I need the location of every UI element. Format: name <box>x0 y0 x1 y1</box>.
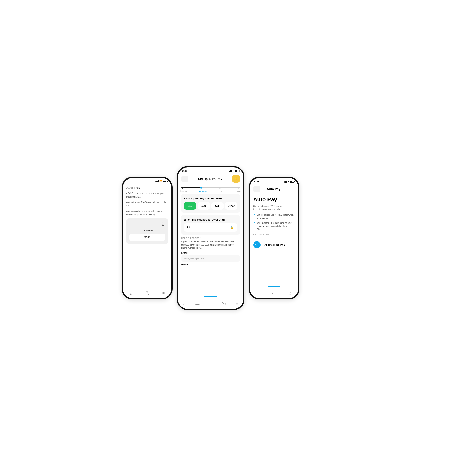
nav-item-billing-left[interactable]: £ <box>130 291 132 296</box>
balance-input-row: £2 🔒 <box>184 223 237 232</box>
signal-bar-r4 <box>286 181 287 183</box>
amount-btn-20[interactable]: £20 <box>198 202 210 210</box>
step-label-pay: Pay <box>220 190 223 192</box>
status-bar-center: 9:41 ⌖ <box>178 168 243 173</box>
back-button-right[interactable]: ← <box>253 186 260 192</box>
balance-value: £2 <box>187 226 190 229</box>
balance-card-title: When my balance is lower than: <box>184 218 237 221</box>
right-content: Auto Pay Set up automatic PAYG top-u...f… <box>250 194 298 253</box>
billing-icon-right: £ <box>289 292 291 296</box>
battery-fill-left <box>163 181 166 182</box>
credit-limit-label: Credit limit <box>129 229 165 232</box>
wifi-icon-left: 📶 <box>159 180 162 183</box>
check-text-2: Your auto top-up is paid card, so you'll… <box>257 221 295 231</box>
amount-btn-10[interactable]: £10 <box>184 202 196 210</box>
trash-icon[interactable]: 🗑 <box>129 221 165 227</box>
left-content: Auto Pay c PAYG top-ups so you never whe… <box>123 183 171 246</box>
nav-title-center: Set up Auto Pay <box>198 177 222 181</box>
status-bar-left: 📶 <box>123 178 171 183</box>
scroll-indicator-center <box>204 296 217 297</box>
signal-bar-c3 <box>230 170 231 172</box>
signal-bar-4 <box>158 180 159 182</box>
signal-bar-r3 <box>285 181 286 183</box>
nav-usage-center[interactable]: •—• <box>195 302 200 306</box>
signal-bar-2 <box>156 181 157 182</box>
left-desc3: op-up is paid with your bank ll never go… <box>126 210 168 216</box>
email-label: Email <box>181 252 240 254</box>
nav-billing-center[interactable]: £ <box>210 302 212 306</box>
bottom-nav-center: ⌂ •—• £ ? ≡ <box>178 300 243 309</box>
scroll-wrapper-right <box>250 285 298 290</box>
phone-right: 9:41 ⌖ ← Auto Pay <box>249 177 299 299</box>
signal-bars-left <box>155 180 159 182</box>
nav-help-center[interactable]: ? <box>221 302 226 306</box>
stepper-labels: Energy Amount Pay Done <box>178 189 243 194</box>
signal-bars-center <box>229 170 232 172</box>
amount-card-title: Auto top-up my account with: <box>184 197 237 200</box>
battery-fill-right <box>290 181 292 182</box>
nav-header-center: ← Set up Auto Pay ⚡ <box>178 173 243 184</box>
billing-icon-center: £ <box>210 302 212 306</box>
nav-billing-right[interactable]: £ <box>289 292 291 296</box>
wifi-icon-center: ⌖ <box>233 170 234 172</box>
phone-label: Phone <box>181 263 240 266</box>
battery-icon-center <box>235 170 239 172</box>
step-label-done: Done <box>236 190 241 192</box>
autopay-title: Auto Pay <box>253 196 295 203</box>
receipt-section: NEED A RECEIPT? If you'd like a receipt … <box>181 237 240 266</box>
amount-btn-30[interactable]: £30 <box>211 202 223 210</box>
scroll-wrapper-center <box>178 295 243 300</box>
amount-btn-other[interactable]: Other <box>225 202 237 210</box>
check-icon-1: ✓ <box>253 214 255 216</box>
status-icons-right: ⌖ <box>284 180 294 183</box>
back-button-center[interactable]: ← <box>181 175 188 182</box>
battery-icon-left <box>163 180 167 182</box>
action-button-center[interactable]: ⚡ <box>232 175 240 183</box>
signal-bars-right <box>284 181 287 183</box>
signal-bar-c4 <box>231 170 232 172</box>
balance-card: When my balance is lower than: £2 🔒 <box>181 215 240 235</box>
help-icon-center: ? <box>221 302 226 306</box>
center-content: Auto top-up my account with: £10 £20 £30… <box>178 194 243 295</box>
nav-header-right: ← Auto Pay <box>250 184 298 194</box>
setup-autopay-button[interactable]: Set up Auto Pay <box>253 239 295 251</box>
nav-home-right[interactable]: ⌂ <box>256 292 259 296</box>
credit-value: £2.00 <box>129 234 165 241</box>
nav-item-menu-left[interactable]: ≡ <box>162 291 165 296</box>
signal-bar-r1 <box>284 182 284 183</box>
check-item-2: ✓ Your auto top-up is paid card, so you'… <box>253 221 295 231</box>
home-icon-right: ⌂ <box>256 292 259 296</box>
cta-divider <box>253 237 295 237</box>
phone-left: 📶 Auto Pay c PAYG top-ups so you never w… <box>122 177 172 299</box>
battery-fill-center <box>235 170 238 172</box>
nav-home-center[interactable]: ⌂ <box>183 302 185 306</box>
autopay-desc: Set up automatic PAYG top-u...forget to … <box>253 204 295 211</box>
left-desc1: c PAYG top-ups so you never when your ba… <box>126 192 168 199</box>
lock-icon: 🔒 <box>230 225 234 229</box>
check-text-1: Set repeat top-ups for yo... meter when … <box>257 213 295 220</box>
status-icons-center: ⌖ <box>229 170 239 172</box>
credit-card: 🗑 Credit limit £2.00 <box>126 219 168 244</box>
step-label-energy: Energy <box>180 190 187 192</box>
nav-menu-center[interactable]: ≡ <box>236 302 238 306</box>
autopay-button-icon <box>253 241 260 248</box>
check-item-1: ✓ Set repeat top-ups for yo... meter whe… <box>253 213 295 220</box>
signal-bar-3 <box>157 181 158 182</box>
status-icons-left: 📶 <box>155 180 167 183</box>
step-line-1 <box>202 187 219 188</box>
step-dot-1 <box>200 187 202 189</box>
status-bar-right: 9:41 ⌖ <box>250 178 298 184</box>
scroll-indicator-left <box>141 285 153 286</box>
email-input[interactable]: sam@example.com <box>181 255 240 262</box>
signal-bar-r2 <box>284 181 285 183</box>
usage-icon-right: •—• <box>272 292 276 295</box>
home-icon-center: ⌂ <box>183 302 185 306</box>
step-line-2 <box>221 187 238 188</box>
nav-item-help-left[interactable]: ? <box>145 291 149 295</box>
signal-bar-c1 <box>229 171 229 172</box>
step-label-amount: Amount <box>199 190 207 192</box>
bottom-nav-left: £ ? ≡ <box>123 289 171 298</box>
stepper <box>178 184 243 189</box>
nav-usage-right[interactable]: •—• <box>272 292 276 295</box>
wifi-icon-right: ⌖ <box>288 180 289 183</box>
